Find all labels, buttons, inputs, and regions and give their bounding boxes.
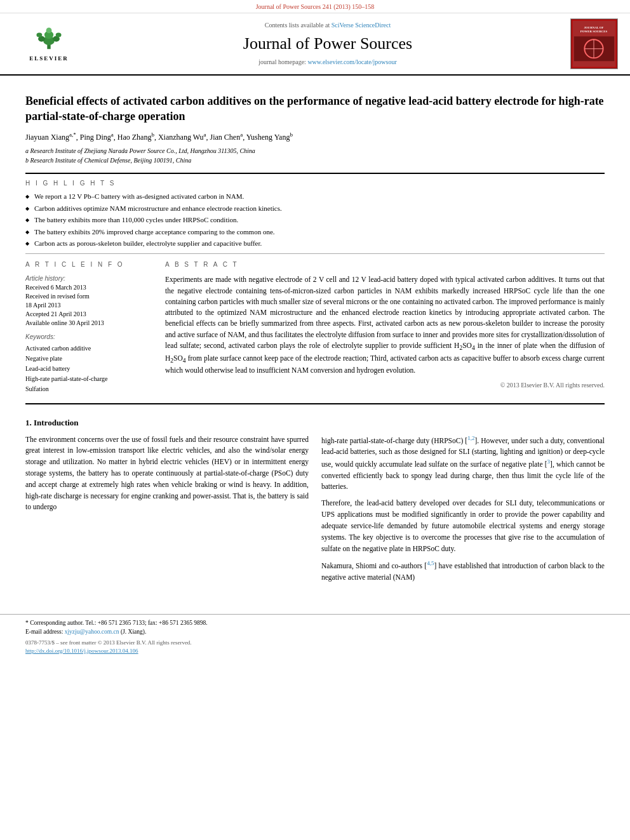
header-left: ELSEVIER [8, 25, 90, 63]
keywords-label: Keywords: [25, 333, 152, 342]
author-sup-b2: b [290, 131, 293, 138]
intro-col-right: high-rate partial-state-of-charge duty (… [321, 434, 605, 589]
svg-text:POWER SOURCES: POWER SOURCES [580, 30, 607, 33]
keyword-1: Activated carbon additive [25, 343, 152, 354]
abstract-text: Experiments are made with negative elect… [165, 274, 605, 376]
intro-heading: 1. Introduction [25, 417, 605, 429]
highlight-item-4: The battery exhibits 20% improved charge… [25, 227, 605, 237]
elsevier-text: ELSEVIER [27, 55, 71, 63]
thick-divider-1 [25, 173, 605, 174]
introduction-section: 1. Introduction The environment concerns… [25, 417, 605, 588]
page-wrapper: Journal of Power Sources 241 (2013) 150–… [0, 0, 630, 655]
author-sup-a1: a,* [69, 131, 76, 138]
svg-point-3 [46, 28, 52, 34]
section-divider-1 [25, 253, 605, 254]
history-label: Article history: [25, 274, 152, 283]
email-contact: (J. Xiang). [121, 629, 146, 635]
affiliation-a: a Research Institute of Zhejiang Narada … [25, 146, 605, 156]
homepage-url[interactable]: www.elsevier.com/locate/jpowsour [307, 58, 396, 65]
homepage-label: journal homepage: [258, 58, 306, 65]
issn-text: 0378-7753/$ – see front matter © 2013 El… [25, 639, 605, 647]
svg-point-7 [56, 33, 62, 37]
keyword-3: Lead-acid battery [25, 364, 152, 374]
keywords-group: Keywords: Activated carbon additive Nega… [25, 333, 152, 394]
intro-col-left: The environment concerns over the use of… [25, 434, 309, 589]
sciverse-link[interactable]: SciVerse ScienceDirect [332, 22, 391, 29]
svg-text:JOURNAL OF: JOURNAL OF [584, 26, 603, 29]
keyword-4: High-rate partial-state-of-charge [25, 374, 152, 384]
keyword-2: Negative plate [25, 354, 152, 364]
author-sep4: , Jian Chen [206, 133, 241, 142]
journal-cover-image: JOURNAL OF POWER SOURCES [570, 18, 618, 69]
top-bar: Journal of Power Sources 241 (2013) 150–… [0, 0, 630, 13]
author-sep5: , Yusheng Yang [243, 133, 290, 142]
intro-para-1: The environment concerns over the use of… [25, 434, 309, 514]
journal-homepage: journal homepage: www.elsevier.com/locat… [90, 58, 565, 67]
journal-header: ELSEVIER Contents lists available at Sci… [0, 13, 630, 76]
elsevier-tree-icon [27, 25, 71, 50]
elsevier-logo: ELSEVIER [27, 25, 71, 63]
article-info-col: A R T I C L E I N F O Article history: R… [25, 260, 152, 399]
article-title: Beneficial effects of activated carbon a… [25, 93, 605, 124]
sciverse-prefix: Contents lists available at [265, 22, 330, 29]
intro-para-3: Therefore, the lead-acid battery develop… [321, 498, 605, 554]
revised-label: Received in revised form [25, 292, 152, 301]
history-group: Article history: Received 6 March 2013 R… [25, 274, 152, 328]
email-label: E-mail address: [25, 629, 63, 635]
accepted-date: Accepted 21 April 2013 [25, 310, 152, 319]
journal-title: Journal of Power Sources [90, 32, 565, 55]
intro-cols: The environment concerns over the use of… [25, 434, 605, 589]
highlight-item-5: Carbon acts as porous-skeleton builder, … [25, 239, 605, 248]
copyright-line: © 2013 Elsevier B.V. All rights reserved… [165, 381, 605, 390]
author-sep1: , Ping Ding [76, 133, 111, 142]
doi-link[interactable]: http://dx.doi.org/10.1016/j.jpowsour.201… [25, 648, 138, 654]
abstract-label: A B S T R A C T [165, 260, 605, 269]
email-line: E-mail address: xjyzju@yahoo.com.cn (J. … [25, 627, 605, 636]
affiliations: a Research Institute of Zhejiang Narada … [25, 146, 605, 165]
corresponding-text: * Corresponding author. Tel.: +86 571 23… [25, 620, 208, 626]
email-link[interactable]: xjyzju@yahoo.com.cn [65, 629, 119, 635]
highlights-section: H I G H L I G H T S We report a 12 V Pb–… [25, 179, 605, 248]
thick-divider-2 [25, 403, 605, 404]
keyword-5: Sulfation [25, 384, 152, 394]
page-footer: * Corresponding author. Tel.: +86 571 23… [0, 614, 630, 655]
article-info-abstract: A R T I C L E I N F O Article history: R… [25, 260, 605, 399]
highlights-label: H I G H L I G H T S [25, 179, 605, 188]
author-sep3: , Xianzhang Wu [154, 133, 204, 142]
header-right: JOURNAL OF POWER SOURCES [565, 18, 622, 69]
received-date: Received 6 March 2013 [25, 283, 152, 292]
issn-line: 0378-7753/$ – see front matter © 2013 El… [25, 639, 605, 655]
highlight-item-1: We report a 12 V Pb–C battery with as-de… [25, 192, 605, 201]
main-content: Beneficial effects of activated carbon a… [0, 76, 630, 601]
author-sep2: , Hao Zhang [114, 133, 152, 142]
corresponding-note: * Corresponding author. Tel.: +86 571 23… [25, 618, 605, 627]
journal-ref: Journal of Power Sources 241 (2013) 150–… [256, 3, 375, 10]
revised-date: 18 April 2013 [25, 301, 152, 310]
intro-para-4: Nakamura, Shiomi and co-authors [4,5] ha… [321, 559, 605, 583]
author-jiayuan: Jiayuan Xiang [25, 133, 69, 142]
available-date: Available online 30 April 2013 [25, 319, 152, 328]
affiliation-b: b Research Institute of Chemical Defense… [25, 156, 605, 165]
article-info-label: A R T I C L E I N F O [25, 260, 152, 269]
abstract-col: A B S T R A C T Experiments are made wit… [165, 260, 605, 399]
highlight-item-2: Carbon additives optimize NAM microstruc… [25, 204, 605, 213]
authors-line: Jiayuan Xianga,*, Ping Dinga, Hao Zhangb… [25, 131, 605, 143]
intro-para-2: high-rate partial-state-of-charge duty (… [321, 434, 605, 493]
svg-rect-0 [47, 44, 50, 49]
svg-point-6 [36, 33, 42, 37]
cover-svg: JOURNAL OF POWER SOURCES [571, 18, 617, 69]
header-center: Contents lists available at SciVerse Sci… [90, 21, 565, 67]
sciverse-line: Contents lists available at SciVerse Sci… [90, 21, 565, 30]
highlight-item-3: The battery exhibits more than 110,000 c… [25, 215, 605, 225]
